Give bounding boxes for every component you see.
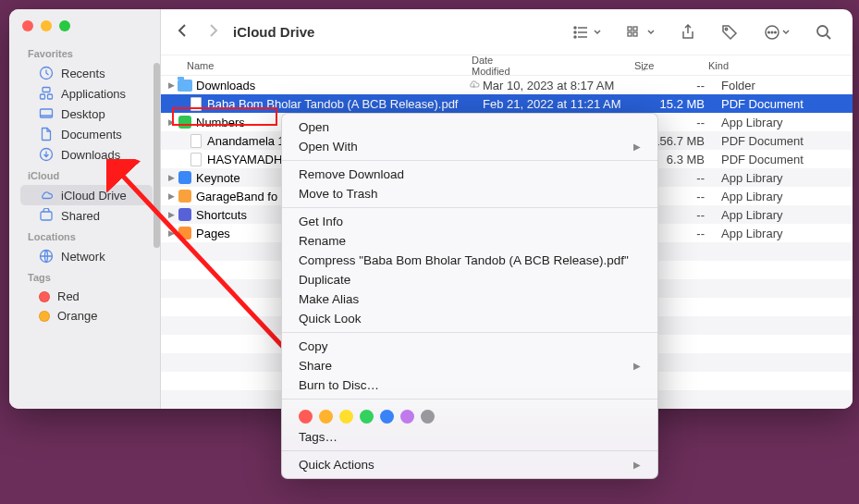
col-date[interactable]: Date Modified⌃ bbox=[470, 55, 634, 77]
cloud-icon bbox=[39, 188, 54, 203]
file-row[interactable]: Baba Bom Bholar Tandob (A BCB Release).p… bbox=[161, 94, 853, 113]
tag-color-dot[interactable] bbox=[380, 410, 394, 424]
file-name: Downloads bbox=[196, 79, 464, 92]
file-kind: PDF Document bbox=[721, 153, 853, 166]
menu-open[interactable]: Open bbox=[282, 117, 657, 137]
file-size: -- bbox=[647, 171, 721, 185]
menu-tag-colors[interactable] bbox=[282, 403, 657, 427]
tag-color-dot[interactable] bbox=[400, 410, 414, 424]
col-name[interactable]: Name bbox=[187, 60, 470, 71]
col-kind[interactable]: Kind bbox=[708, 60, 853, 71]
sidebar-tag-red[interactable]: Red bbox=[20, 287, 153, 306]
menu-get-info[interactable]: Get Info bbox=[282, 212, 657, 231]
disclosure-icon[interactable]: ▶ bbox=[166, 191, 176, 201]
file-size: -- bbox=[647, 208, 721, 222]
search-button[interactable] bbox=[808, 24, 840, 41]
disclosure-icon[interactable]: ▶ bbox=[166, 228, 176, 238]
tag-dot-icon bbox=[39, 311, 50, 322]
tag-color-dot[interactable] bbox=[299, 410, 313, 424]
column-headers[interactable]: Name Date Modified⌃ Size Kind bbox=[161, 55, 853, 76]
file-size: 15.2 MB bbox=[647, 97, 721, 111]
menu-share[interactable]: Share▶ bbox=[282, 356, 657, 375]
list-view-button[interactable] bbox=[566, 26, 608, 39]
maximize-icon[interactable] bbox=[59, 20, 70, 31]
menu-separator bbox=[282, 160, 657, 161]
menu-make-alias[interactable]: Make Alias bbox=[282, 289, 657, 309]
svg-rect-3 bbox=[48, 94, 53, 99]
file-icon bbox=[178, 115, 192, 129]
context-menu: Open Open With▶ Remove Download Move to … bbox=[281, 113, 658, 479]
menu-rename[interactable]: Rename bbox=[282, 231, 657, 251]
sidebar-item-desktop[interactable]: Desktop bbox=[20, 104, 153, 124]
cloud-download-icon[interactable] bbox=[464, 79, 483, 92]
menu-compress[interactable]: Compress "Baba Bom Bholar Tandob (A BCB … bbox=[282, 251, 657, 270]
tag-color-dot[interactable] bbox=[360, 410, 374, 424]
file-row[interactable]: ▶DownloadsMar 10, 2023 at 8:17 AM--Folde… bbox=[161, 76, 853, 94]
sidebar-item-label: Documents bbox=[61, 128, 122, 141]
forward-button[interactable] bbox=[203, 22, 222, 42]
sidebar-item-recents[interactable]: Recents bbox=[20, 63, 153, 83]
file-size: 6.3 MB bbox=[647, 153, 721, 166]
sidebar-item-documents[interactable]: Documents bbox=[20, 124, 153, 144]
menu-quick-actions[interactable]: Quick Actions▶ bbox=[282, 455, 657, 474]
sidebar-tag-orange[interactable]: Orange bbox=[20, 306, 153, 326]
sidebar-item-network[interactable]: Network bbox=[20, 246, 153, 266]
col-size[interactable]: Size bbox=[634, 60, 708, 71]
file-kind: Folder bbox=[721, 79, 853, 92]
menu-trash[interactable]: Move to Trash bbox=[282, 184, 657, 203]
tag-color-dot[interactable] bbox=[421, 410, 435, 424]
svg-rect-4 bbox=[41, 109, 53, 117]
file-date: Feb 21, 2022 at 11:21 AM bbox=[483, 97, 647, 111]
apps-icon bbox=[39, 86, 54, 101]
sidebar-item-label: iCloud Drive bbox=[61, 189, 127, 203]
menu-separator bbox=[282, 450, 657, 451]
sidebar-scrollbar[interactable] bbox=[153, 63, 160, 248]
sidebar: Favorites Recents Applications Desktop D… bbox=[9, 9, 161, 409]
sidebar-item-shared[interactable]: Shared bbox=[20, 205, 153, 226]
disclosure-icon[interactable]: ▶ bbox=[166, 173, 176, 182]
menu-separator bbox=[282, 207, 657, 208]
disclosure-icon[interactable]: ▶ bbox=[166, 117, 176, 127]
disclosure-icon[interactable]: ▶ bbox=[166, 80, 176, 90]
minimize-icon[interactable] bbox=[41, 20, 52, 31]
tag-dot-icon bbox=[39, 291, 50, 302]
tag-button[interactable] bbox=[714, 24, 745, 41]
file-icon bbox=[178, 207, 192, 222]
menu-duplicate[interactable]: Duplicate bbox=[282, 270, 657, 289]
chevron-right-icon: ▶ bbox=[633, 460, 641, 470]
tag-color-dot[interactable] bbox=[339, 410, 353, 424]
chevron-right-icon: ▶ bbox=[633, 361, 641, 371]
file-icon bbox=[178, 189, 192, 203]
svg-rect-14 bbox=[633, 32, 637, 36]
sidebar-section-favorites: Favorites bbox=[9, 43, 160, 63]
menu-burn[interactable]: Burn to Disc… bbox=[282, 375, 657, 395]
sidebar-item-icloud-drive[interactable]: iCloud Drive bbox=[20, 185, 153, 205]
tag-color-dot[interactable] bbox=[319, 410, 333, 424]
sidebar-item-applications[interactable]: Applications bbox=[20, 83, 153, 104]
file-icon bbox=[178, 226, 192, 240]
file-kind: App Library bbox=[721, 116, 853, 129]
file-date: Mar 10, 2023 at 8:17 AM bbox=[483, 79, 647, 92]
file-icon bbox=[178, 78, 192, 92]
sidebar-item-downloads[interactable]: Downloads bbox=[20, 144, 153, 165]
svg-point-17 bbox=[768, 31, 770, 33]
toolbar: iCloud Drive bbox=[161, 9, 853, 55]
svg-point-8 bbox=[574, 27, 576, 29]
menu-quick-look[interactable]: Quick Look bbox=[282, 309, 657, 328]
menu-separator bbox=[282, 332, 657, 333]
group-button[interactable] bbox=[620, 26, 662, 39]
disclosure-icon[interactable]: ▶ bbox=[166, 210, 176, 219]
menu-copy[interactable]: Copy bbox=[282, 337, 657, 356]
network-icon bbox=[39, 249, 54, 264]
file-icon bbox=[178, 170, 192, 185]
sidebar-item-label: Downloads bbox=[61, 148, 120, 162]
svg-rect-6 bbox=[41, 212, 52, 220]
menu-open-with[interactable]: Open With▶ bbox=[282, 137, 657, 156]
menu-remove-download[interactable]: Remove Download bbox=[282, 165, 657, 184]
back-button[interactable] bbox=[174, 22, 192, 42]
action-button[interactable] bbox=[756, 24, 797, 41]
share-button[interactable] bbox=[673, 24, 703, 41]
close-icon[interactable] bbox=[22, 20, 33, 31]
menu-tags[interactable]: Tags… bbox=[282, 427, 657, 447]
sidebar-item-label: Recents bbox=[61, 67, 105, 80]
